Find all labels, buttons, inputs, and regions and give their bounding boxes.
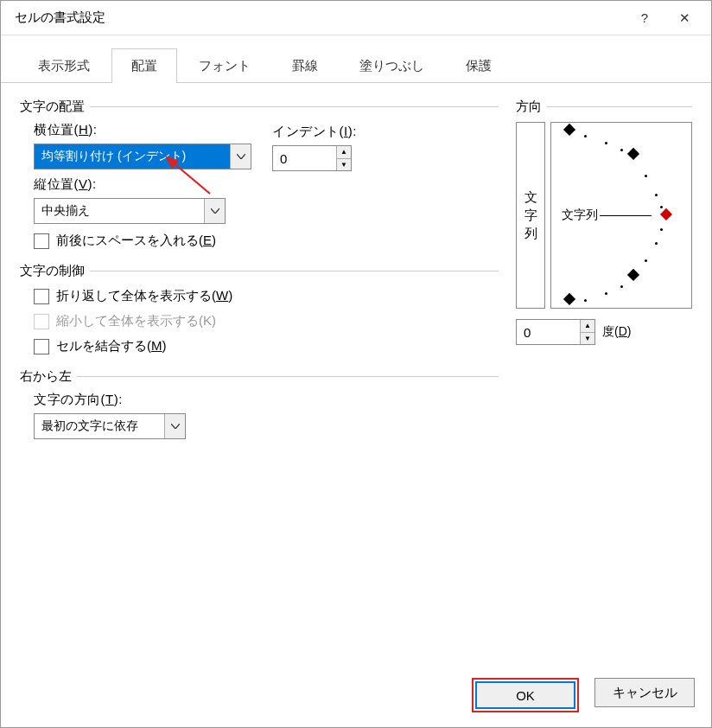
text-direction-combo[interactable]: 最初の文字に依存 [34, 413, 186, 439]
indent-spinner[interactable]: ▲ ▼ [272, 145, 352, 171]
section-text-control: 文字の制御 [20, 263, 499, 279]
ok-button[interactable]: OK [475, 681, 575, 709]
chevron-down-icon [204, 199, 225, 223]
close-button[interactable]: ✕ [664, 4, 704, 32]
chevron-down-icon [164, 414, 185, 438]
merge-cells-checkbox[interactable] [34, 339, 49, 354]
tab-alignment[interactable]: 配置 [111, 48, 177, 83]
orientation-dial-text: 文字列 [562, 208, 652, 223]
chevron-down-icon [230, 144, 251, 169]
vertical-combo[interactable]: 中央揃え [34, 198, 226, 224]
shrink-to-fit-checkbox [34, 314, 49, 329]
indent-label: インデント(I): [272, 124, 357, 140]
help-button[interactable]: ? [625, 4, 664, 32]
section-text-alignment: 文字の配置 [20, 99, 499, 115]
degree-up-button[interactable]: ▲ [581, 320, 594, 333]
vertical-text-button[interactable]: 文 字 列 [516, 122, 545, 309]
justify-distributed-checkbox[interactable] [34, 233, 49, 249]
degree-label: 度(D) [602, 324, 631, 340]
tab-protection[interactable]: 保護 [446, 48, 512, 83]
tab-font[interactable]: フォント [179, 48, 270, 83]
wrap-text-label: 折り返して全体を表示する(W) [56, 288, 232, 304]
cancel-button[interactable]: キャンセル [594, 678, 695, 707]
tab-border[interactable]: 罫線 [272, 48, 338, 83]
tab-format[interactable]: 表示形式 [18, 48, 110, 83]
indent-up-button[interactable]: ▲ [337, 146, 351, 159]
text-direction-combo-text: 最初の文字に依存 [35, 414, 164, 438]
dialog-title: セルの書式設定 [15, 10, 625, 26]
vertical-label: 縦位置(V): [34, 176, 226, 193]
section-rtl: 右から左 [20, 368, 499, 385]
justify-distributed-label: 前後にスペースを入れる(E) [56, 233, 216, 249]
indent-input[interactable] [273, 146, 336, 170]
indent-down-button[interactable]: ▼ [337, 159, 351, 171]
text-direction-label: 文字の方向(T): [34, 392, 186, 408]
tab-fill[interactable]: 塗りつぶし [340, 48, 444, 83]
degree-input[interactable] [517, 320, 580, 344]
wrap-text-checkbox[interactable] [34, 289, 49, 304]
vertical-combo-text: 中央揃え [35, 199, 204, 223]
section-orientation: 方向 [516, 99, 692, 115]
degree-down-button[interactable]: ▼ [581, 333, 594, 345]
horizontal-label: 横位置(H): [34, 122, 251, 138]
degree-spinner[interactable]: ▲ ▼ [516, 319, 595, 345]
merge-cells-label: セルを結合する(M) [56, 338, 167, 354]
shrink-to-fit-label: 縮小して全体を表示する(K) [56, 313, 216, 329]
orientation-dial[interactable]: 文字列 [550, 122, 692, 309]
tab-bar: 表示形式 配置 フォント 罫線 塗りつぶし 保護 [1, 35, 711, 83]
horizontal-combo[interactable]: 均等割り付け (インデント) [34, 144, 251, 169]
horizontal-combo-text: 均等割り付け (インデント) [35, 144, 230, 169]
